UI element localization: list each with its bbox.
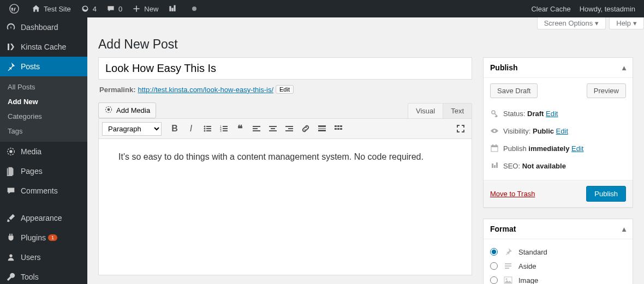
add-media-label: Add Media: [116, 106, 150, 114]
format-box-title: Format: [490, 225, 516, 233]
editor-toolbar: Paragraph B I 123 ❝: [98, 118, 472, 139]
align-left-button[interactable]: [249, 121, 264, 136]
sidebar-item-posts[interactable]: Posts: [0, 57, 87, 76]
edit-visibility-link[interactable]: Edit: [556, 127, 568, 135]
publish-button[interactable]: Publish: [586, 186, 626, 202]
kinsta-icon: [5, 41, 16, 52]
svg-rect-43: [505, 265, 511, 267]
sidebar-item-dashboard[interactable]: Dashboard: [0, 17, 87, 37]
svg-rect-22: [269, 126, 277, 127]
move-to-trash-link[interactable]: Move to Trash: [490, 190, 535, 198]
align-center-button[interactable]: [265, 121, 281, 136]
sub-item-categories[interactable]: Categories: [0, 109, 87, 124]
blockquote-button[interactable]: ❝: [232, 121, 248, 136]
format-box-header[interactable]: Format ▴: [484, 219, 633, 239]
main-content: Screen Options▾ Help▾ Add New Post Perma…: [87, 17, 644, 284]
sidebar-item-kinsta[interactable]: Kinsta Cache: [0, 37, 87, 57]
tab-text[interactable]: Text: [443, 104, 472, 118]
sidebar-item-tools[interactable]: Tools: [0, 267, 87, 284]
edit-permalink-button[interactable]: Edit: [276, 85, 294, 94]
svg-point-1: [192, 7, 196, 11]
home-icon: [31, 3, 41, 14]
svg-point-5: [108, 108, 110, 111]
format-label: Aside: [518, 262, 536, 270]
post-title-input[interactable]: [98, 57, 472, 80]
save-draft-button[interactable]: Save Draft: [490, 83, 538, 98]
new-label: New: [144, 5, 158, 13]
refresh-icon: [80, 3, 91, 14]
italic-button[interactable]: I: [183, 121, 199, 136]
sidebar-label: Dashboard: [21, 23, 58, 32]
eye-icon: [490, 126, 499, 135]
editor-content[interactable]: It's so easy to do things with a content…: [98, 139, 472, 275]
sidebar-item-plugins[interactable]: Plugins1: [0, 228, 87, 247]
format-label: Image: [518, 276, 538, 285]
publish-box: Publish ▴ Save Draft Preview Status: Dra…: [483, 57, 633, 208]
collapse-icon: ▴: [622, 63, 626, 72]
preview-button[interactable]: Preview: [587, 83, 626, 98]
comments-menu[interactable]: 0: [101, 0, 127, 17]
clear-cache-label: Clear Cache: [531, 5, 570, 13]
link-button[interactable]: [298, 121, 313, 136]
bold-button[interactable]: B: [167, 121, 182, 136]
edit-status-link[interactable]: Edit: [546, 110, 558, 118]
site-name-menu[interactable]: Test Site: [26, 0, 75, 17]
status-dot[interactable]: [184, 0, 206, 17]
my-account-menu[interactable]: Howdy, testadmin: [575, 0, 640, 17]
aside-icon: [503, 261, 513, 271]
help-tab[interactable]: Help▾: [609, 17, 644, 29]
toolbar-toggle-button[interactable]: [331, 121, 346, 136]
permalink-url[interactable]: http://test.kinsta.com/look-how-easy-thi…: [138, 86, 273, 94]
format-radio[interactable]: [490, 248, 498, 256]
svg-point-4: [9, 255, 12, 257]
sidebar-label: Users: [21, 253, 41, 262]
clear-cache-link[interactable]: Clear Cache: [527, 0, 575, 17]
svg-rect-35: [337, 128, 339, 130]
edit-schedule-link[interactable]: Edit: [571, 144, 583, 153]
seo-menu[interactable]: [163, 0, 184, 17]
format-radio[interactable]: [490, 262, 498, 270]
svg-point-2: [9, 150, 12, 153]
format-option-aside[interactable]: Aside: [490, 259, 626, 273]
tab-visual[interactable]: Visual: [408, 104, 443, 118]
svg-point-11: [204, 130, 206, 132]
caret-down-icon: ▾: [595, 19, 599, 27]
read-more-button[interactable]: [314, 121, 330, 136]
fullscreen-button[interactable]: [453, 121, 468, 136]
collapse-icon: ▴: [622, 225, 626, 233]
key-icon: [490, 109, 499, 118]
svg-rect-41: [496, 144, 497, 146]
format-select[interactable]: Paragraph: [102, 122, 162, 136]
format-option-image[interactable]: Image: [490, 273, 626, 284]
sidebar-item-appearance[interactable]: Appearance: [0, 208, 87, 228]
sidebar-item-media[interactable]: Media: [0, 142, 87, 161]
format-option-standard[interactable]: Standard: [490, 245, 626, 259]
svg-rect-30: [318, 130, 326, 131]
add-media-button[interactable]: Add Media: [98, 102, 156, 118]
updates-menu[interactable]: 4: [75, 0, 101, 17]
sub-item-tags[interactable]: Tags: [0, 124, 87, 138]
screen-options-tab[interactable]: Screen Options▾: [537, 17, 606, 29]
bullet-list-button[interactable]: [200, 121, 215, 136]
sidebar-label: Posts: [21, 62, 40, 71]
sidebar-item-comments[interactable]: Comments: [0, 181, 87, 201]
publish-box-title: Publish: [490, 63, 518, 72]
svg-rect-25: [285, 126, 293, 127]
permalink-row: Permalink: http://test.kinsta.com/look-h…: [98, 80, 472, 99]
numbered-list-button[interactable]: 123: [216, 121, 231, 136]
updates-count: 4: [93, 5, 97, 13]
sub-item-all-posts[interactable]: All Posts: [0, 80, 87, 94]
format-radio[interactable]: [490, 276, 498, 284]
comments-icon: [5, 185, 16, 196]
align-right-button[interactable]: [282, 121, 297, 136]
new-content-menu[interactable]: New: [127, 0, 163, 17]
sub-item-add-new[interactable]: Add New: [0, 94, 87, 109]
sidebar-item-users[interactable]: Users: [0, 247, 87, 267]
sidebar-item-pages[interactable]: Pages: [0, 161, 87, 181]
svg-rect-36: [340, 128, 342, 130]
publish-box-header[interactable]: Publish ▴: [484, 58, 633, 78]
post-body-content: Permalink: http://test.kinsta.com/look-h…: [98, 57, 472, 284]
plugin-update-badge: 1: [48, 234, 57, 241]
svg-rect-8: [206, 126, 211, 127]
wp-logo-menu[interactable]: [4, 0, 26, 17]
